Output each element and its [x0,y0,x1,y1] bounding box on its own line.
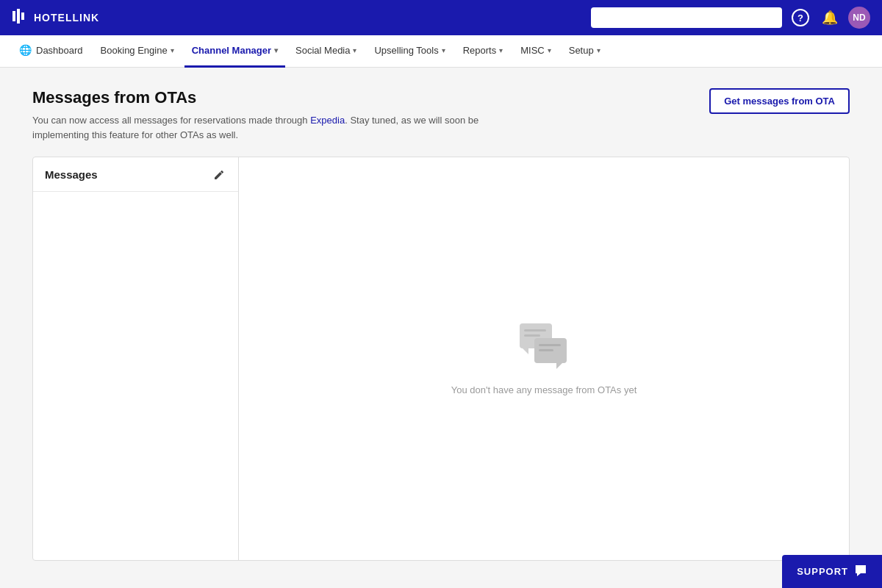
question-icon: ? [792,9,809,26]
chevron-down-icon: ▾ [499,46,503,54]
nav-item-upselling-tools[interactable]: Upselling Tools ▾ [367,35,452,68]
messages-sidebar: Messages [33,157,239,560]
bell-icon: 🔔 [822,10,838,26]
empty-state-text: You don't have any message from OTAs yet [451,384,637,395]
svg-rect-1 [17,9,20,24]
get-messages-button[interactable]: Get messages from OTA [709,88,850,114]
chevron-down-icon: ▾ [442,46,445,54]
empty-state: You don't have any message from OTAs yet [451,322,637,395]
messages-sidebar-title: Messages [45,168,98,181]
svg-rect-2 [21,12,24,20]
top-nav-right: ? 🔔 ND [591,7,870,29]
secondary-navigation: 🌐 Dashboard Booking Engine ▾ Channel Man… [0,35,882,68]
logo-icon [12,8,28,28]
svg-rect-5 [524,334,540,337]
compose-button[interactable] [213,168,226,181]
logo-area: HOTELLINK [12,8,99,28]
chevron-down-icon: ▾ [274,46,278,54]
messages-sidebar-header: Messages [33,157,238,192]
nav-item-channel-manager[interactable]: Channel Manager ▾ [184,35,285,68]
nav-item-reports[interactable]: Reports ▾ [456,35,511,68]
user-avatar[interactable]: ND [848,7,870,29]
svg-rect-8 [539,344,561,346]
empty-messages-icon [518,322,570,373]
nav-item-setup[interactable]: Setup ▾ [562,35,608,68]
notifications-button[interactable]: 🔔 [819,7,841,29]
svg-rect-0 [12,11,15,21]
nav-item-dashboard[interactable]: 🌐 Dashboard [12,35,90,68]
page-subtitle: You can now access all messages for rese… [32,113,488,142]
help-button[interactable]: ? [789,7,811,29]
support-icon [854,564,867,579]
page-header-left: Messages from OTAs You can now access al… [32,88,488,142]
svg-marker-10 [556,363,562,369]
nav-item-social-media[interactable]: Social Media ▾ [288,35,364,68]
chevron-down-icon: ▾ [597,46,600,54]
support-label: SUPPORT [797,566,848,577]
svg-rect-9 [539,349,553,351]
dashboard-icon: 🌐 [19,44,32,56]
top-navigation: HOTELLINK ? 🔔 ND [0,0,882,35]
chevron-down-icon: ▾ [548,46,551,54]
nav-item-misc[interactable]: MISC ▾ [513,35,559,68]
search-input[interactable] [591,7,782,28]
svg-rect-4 [524,329,546,331]
page-title: Messages from OTAs [32,88,488,107]
logo-text: HOTELLINK [34,12,99,24]
page-content: Messages from OTAs You can now access al… [15,68,867,581]
nav-item-booking-engine[interactable]: Booking Engine ▾ [93,35,182,68]
chevron-down-icon: ▾ [353,46,356,54]
messages-container: Messages [32,157,850,561]
messages-main: You don't have any message from OTAs yet [239,157,849,560]
page-header: Messages from OTAs You can now access al… [32,88,850,142]
expedia-link: Expedia [310,115,345,126]
chevron-down-icon: ▾ [171,46,174,54]
compose-icon [213,168,226,181]
support-button[interactable]: SUPPORT [782,555,882,588]
svg-marker-6 [523,348,528,354]
